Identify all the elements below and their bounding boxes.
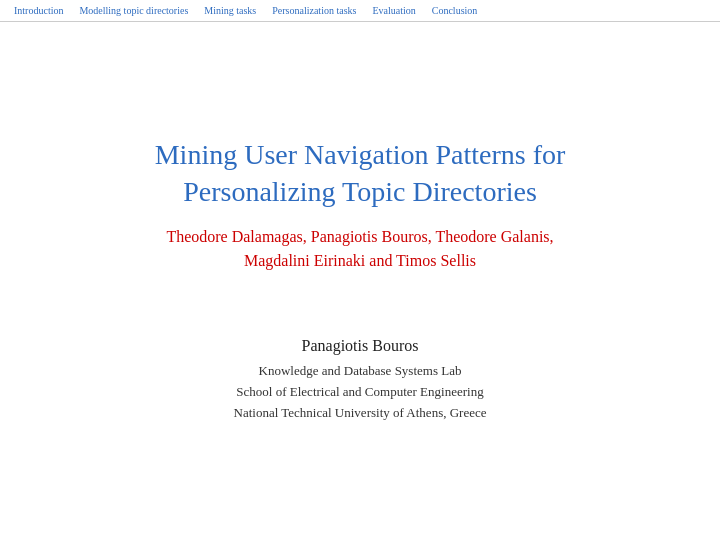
title-line2: Personalizing Topic Directories bbox=[183, 176, 537, 207]
nav-item-mining[interactable]: Mining tasks bbox=[196, 3, 264, 18]
nav-item-introduction[interactable]: Introduction bbox=[6, 3, 71, 18]
nav-item-personalization[interactable]: Personalization tasks bbox=[264, 3, 364, 18]
navigation-bar: Introduction Modelling topic directories… bbox=[0, 0, 720, 22]
nav-item-conclusion[interactable]: Conclusion bbox=[424, 3, 486, 18]
affiliation: Knowledge and Database Systems Lab Schoo… bbox=[234, 361, 487, 423]
title-line1: Mining User Navigation Patterns for bbox=[155, 139, 566, 170]
authors-line1: Theodore Dalamagas, Panagiotis Bouros, T… bbox=[166, 228, 553, 245]
nav-item-modelling[interactable]: Modelling topic directories bbox=[71, 3, 196, 18]
authors: Theodore Dalamagas, Panagiotis Bouros, T… bbox=[155, 225, 566, 273]
slide-content: Mining User Navigation Patterns for Pers… bbox=[0, 22, 720, 537]
authors-line2: Magdalini Eirinaki and Timos Sellis bbox=[244, 252, 476, 269]
nav-item-evaluation[interactable]: Evaluation bbox=[364, 3, 423, 18]
presentation-title: Mining User Navigation Patterns for Pers… bbox=[155, 136, 566, 212]
title-block: Mining User Navigation Patterns for Pers… bbox=[155, 136, 566, 310]
presenter-name: Panagiotis Bouros bbox=[234, 337, 487, 355]
affiliation-line2: School of Electrical and Computer Engine… bbox=[236, 384, 483, 399]
affiliation-line1: Knowledge and Database Systems Lab bbox=[259, 363, 462, 378]
presenter-block: Panagiotis Bouros Knowledge and Database… bbox=[234, 337, 487, 423]
affiliation-line3: National Technical University of Athens,… bbox=[234, 405, 487, 420]
